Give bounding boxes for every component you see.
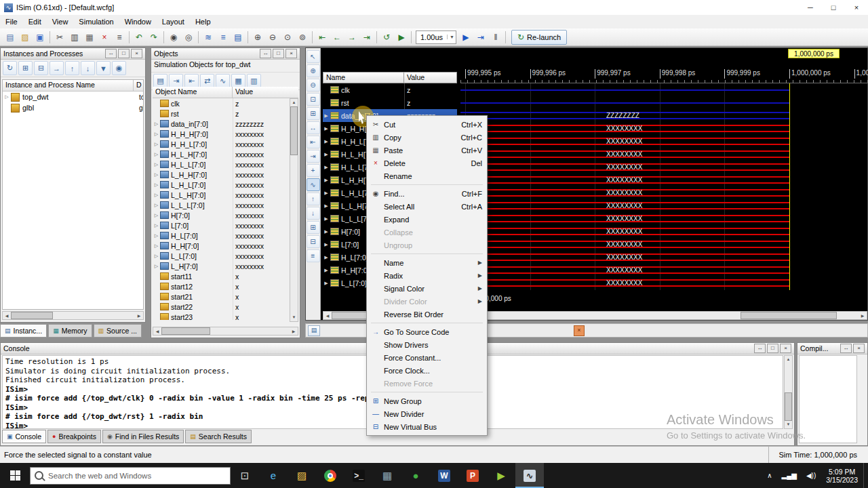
- tab-source-[interactable]: ▥Source ...: [94, 324, 142, 338]
- show-desktop-button[interactable]: [863, 463, 868, 488]
- taskbar-isim-taskbar-button[interactable]: ∿: [515, 463, 544, 488]
- search-instances-button[interactable]: ◉: [112, 61, 126, 75]
- object-row[interactable]: ▷L[7:0]xxxxxxxx: [153, 220, 290, 230]
- collapse-signals-button[interactable]: ⊟: [307, 235, 320, 248]
- object-row[interactable]: rstz: [153, 108, 290, 119]
- waveform-row[interactable]: XXXXXXXX: [460, 225, 868, 238]
- float-panel-button[interactable]: ↔: [754, 344, 766, 353]
- close-panel-button[interactable]: ×: [853, 344, 865, 353]
- zoom-area-button[interactable]: ⊞: [307, 107, 320, 120]
- menu-item-new-group[interactable]: ⊞New Group: [367, 394, 487, 407]
- expand-arrow-icon[interactable]: ▶: [323, 203, 330, 209]
- zoom-out-button[interactable]: ⊖: [307, 79, 320, 92]
- network-icon[interactable]: ▂▄▆: [776, 472, 801, 479]
- show-constants-button[interactable]: ▦: [231, 74, 245, 88]
- expand-arrow-icon[interactable]: ▷: [153, 223, 160, 228]
- expand-arrow-icon[interactable]: ▷: [153, 182, 160, 188]
- expand-arrow-icon[interactable]: ▶: [323, 255, 330, 260]
- tab-console[interactable]: ▣Console: [2, 430, 46, 443]
- taskbar-search-input[interactable]: Search the web and Windows: [30, 467, 231, 485]
- menu-layout[interactable]: Layout: [157, 18, 190, 26]
- volume-icon[interactable]: ◀)): [802, 472, 821, 479]
- expand-arrow-icon[interactable]: ▷: [153, 152, 160, 157]
- menu-help[interactable]: Help: [190, 18, 216, 26]
- scroll-up-icon[interactable]: ▲: [785, 356, 792, 363]
- zoom-to-full-view-button[interactable]: ⊡: [307, 93, 320, 106]
- save-button[interactable]: ▣: [33, 30, 47, 45]
- scroll-right-icon[interactable]: ▶: [290, 329, 298, 333]
- object-row[interactable]: ▷H_L_H[7:0]xxxxxxxx: [153, 149, 290, 159]
- taskbar-internet-explorer-button[interactable]: e: [259, 463, 288, 488]
- taskbar-file-explorer-button[interactable]: ▨: [288, 463, 316, 488]
- goto-next-transition-button[interactable]: →: [344, 30, 359, 45]
- maximize-panel-button[interactable]: □: [767, 344, 778, 353]
- waveform-row[interactable]: XXXXXXXX: [460, 135, 868, 148]
- expand-arrow-icon[interactable]: ▶: [323, 229, 330, 235]
- object-row[interactable]: start22x: [153, 302, 290, 312]
- column-object-name[interactable]: Object Name: [153, 87, 233, 98]
- menu-edit[interactable]: Edit: [23, 18, 47, 26]
- waveform-row[interactable]: XXXXXXXX: [460, 148, 868, 161]
- cut-button[interactable]: ✂: [52, 30, 67, 45]
- minimize-button[interactable]: ─: [799, 0, 822, 15]
- print-button[interactable]: ≡: [112, 30, 127, 45]
- expand-all-button[interactable]: ⊞: [18, 61, 33, 75]
- scroll-up-icon[interactable]: ▲: [290, 99, 298, 106]
- scroll-left-icon[interactable]: ◀: [153, 329, 161, 333]
- scroll-thumb[interactable]: [11, 312, 53, 319]
- sort-ascending-button[interactable]: ↑: [65, 61, 79, 75]
- menu-item-rename[interactable]: Rename: [367, 169, 487, 182]
- expand-arrow-icon[interactable]: ▷: [153, 253, 160, 259]
- waveform-row[interactable]: [460, 83, 868, 96]
- expand-arrow-icon[interactable]: ▷: [153, 264, 160, 269]
- wave-footer-icon[interactable]: ▤: [308, 325, 320, 336]
- float-panel-button[interactable]: ↔: [260, 49, 271, 58]
- expand-arrow-icon[interactable]: ▷: [153, 172, 160, 178]
- object-row[interactable]: clkz: [153, 98, 290, 108]
- column-instance-name[interactable]: Instance and Process Name: [3, 80, 134, 91]
- objects-hscrollbar[interactable]: ◀ ▶: [153, 327, 298, 336]
- float-panel-button[interactable]: ↔: [840, 344, 852, 353]
- relaunch-button[interactable]: ↻Re-launch: [511, 30, 567, 45]
- waveform-row[interactable]: XXXXXXXX: [460, 199, 868, 212]
- menu-item-delete[interactable]: ×DeleteDel: [367, 157, 487, 169]
- move-signal-down-button[interactable]: ↓: [307, 207, 320, 220]
- sort-descending-button[interactable]: ↓: [81, 61, 95, 75]
- expand-arrow-icon[interactable]: ▷: [153, 203, 160, 208]
- waveform-row[interactable]: XXXXXXXX: [460, 277, 868, 289]
- object-row[interactable]: ▷L_L[7:0]xxxxxxxx: [153, 251, 290, 261]
- find-button[interactable]: ◉: [166, 30, 181, 45]
- scroll-left-icon[interactable]: ◀: [323, 313, 332, 318]
- show-output-ports-button[interactable]: ⇤: [184, 74, 199, 88]
- object-row[interactable]: start23x: [153, 312, 290, 320]
- paste-button[interactable]: ▦: [82, 30, 97, 45]
- objects-vscrollbar[interactable]: ▲ ▼: [290, 98, 298, 322]
- new-document-button[interactable]: ▤: [3, 30, 18, 45]
- menu-item-cut[interactable]: ✂CutCtrl+X: [367, 118, 487, 131]
- waveform-canvas[interactable]: ZZZZZZZZXXXXXXXXXXXXXXXXXXXXXXXXXXXXXXXX…: [460, 83, 868, 290]
- start-button[interactable]: [0, 463, 30, 488]
- waveform-row[interactable]: ZZZZZZZZ: [460, 109, 868, 122]
- close-panel-button[interactable]: ×: [285, 49, 297, 58]
- taskbar-green-app-button[interactable]: ●: [401, 463, 430, 488]
- run-for-specified-time-button[interactable]: ▶: [458, 30, 473, 45]
- menu-item-new-virtual-bus[interactable]: ⊟New Virtual Bus: [367, 420, 487, 433]
- menu-item-find[interactable]: ◉Find...Ctrl+F: [367, 187, 487, 200]
- scroll-thumb[interactable]: [161, 327, 210, 335]
- column-object-value[interactable]: Value: [233, 87, 298, 98]
- tab-find-in-files-results[interactable]: ◉Find in Files Results: [102, 430, 184, 443]
- collapse-all-button[interactable]: ⊟: [34, 61, 48, 75]
- menu-item-force-clock[interactable]: Force Clock...: [367, 364, 487, 377]
- scroll-down-icon[interactable]: ▼: [290, 314, 298, 321]
- menu-simulation[interactable]: Simulation: [73, 18, 119, 26]
- expand-arrow-icon[interactable]: ▷: [153, 213, 160, 218]
- menu-item-name[interactable]: Name▶: [367, 256, 487, 269]
- menu-item-copy[interactable]: ▥CopyCtrl+C: [367, 131, 487, 144]
- object-row[interactable]: ▷H_L_L[7:0]xxxxxxxx: [153, 159, 290, 169]
- column-design-unit[interactable]: D: [134, 80, 143, 91]
- taskbar-chrome-button[interactable]: [316, 463, 344, 488]
- compile-output[interactable]: [799, 355, 857, 443]
- scroll-thumb[interactable]: [290, 106, 298, 155]
- expand-arrow-icon[interactable]: ▶: [323, 139, 330, 144]
- toggle-autoupdate-button[interactable]: ↻: [3, 61, 17, 75]
